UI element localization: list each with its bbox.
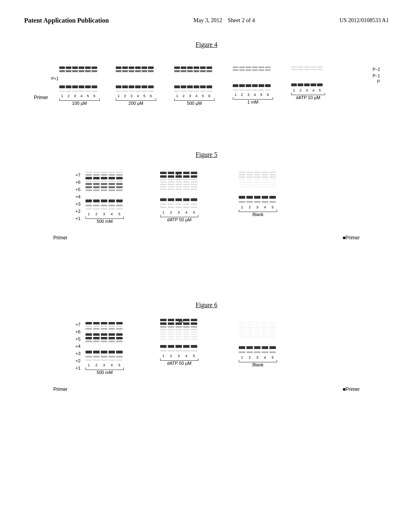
p-label-right: P bbox=[377, 79, 380, 84]
group-500um: 1 2 3 4 5 6 500 µM bbox=[174, 66, 215, 106]
primer-label-fig4: Primer bbox=[34, 95, 48, 100]
label-plus4-fig6: +4 bbox=[75, 344, 81, 349]
label-500um: 500 µM bbox=[174, 101, 215, 106]
label-plus2-fig6: +2 bbox=[75, 358, 81, 363]
label-fig6-datp50um: dATP 50 µM bbox=[160, 361, 198, 366]
p-minus2-label: P−2 bbox=[373, 67, 380, 72]
label-plus4-fig5: +4 bbox=[75, 194, 81, 199]
label-plus1-fig5: +1 bbox=[75, 216, 81, 221]
figure-6-section: Figure 6 Primer ■Primer +7 +6 +5 +4 +3 +… bbox=[24, 301, 389, 440]
label-fig6-blank: Blank bbox=[239, 362, 277, 367]
label-plus6-fig5: +6 bbox=[75, 180, 81, 185]
primer-label-fig5-right: ■Primer bbox=[342, 235, 360, 241]
label-fig5-blank: Blank bbox=[239, 212, 277, 217]
fig6-group-500mm: 1 2 3 4 5 500 mM bbox=[86, 322, 124, 375]
figure-5-title: Figure 5 bbox=[24, 151, 389, 158]
label-fig6-500mm: 500 mM bbox=[86, 370, 124, 375]
label-datp10um: dATP 10 µM bbox=[291, 95, 325, 100]
label-plus6-fig6: +6 bbox=[75, 329, 81, 334]
fig5-group-datp50um: 1 2 3 4 5 dATP 50 µM bbox=[160, 172, 198, 222]
label-fig5-datp50um: dATP 50 µM bbox=[160, 217, 198, 222]
group-datp10um: 1 2 3 4 5 dATP 10 µM bbox=[291, 66, 325, 100]
primer-label-fig6-left: Primer bbox=[53, 387, 67, 392]
figure-6-title: Figure 6 bbox=[24, 301, 389, 309]
publication-title: Patent Application Publication bbox=[24, 16, 109, 25]
label-plus1-fig6: +1 bbox=[75, 366, 81, 370]
header-info: May 3, 2012 Sheet 2 of 4 bbox=[194, 16, 255, 25]
group-100um: 1 2 3 4 5 6 100 µM bbox=[59, 66, 100, 106]
label-plus7-fig6: +7 bbox=[75, 322, 81, 327]
label-fig5-500mm: 500 mM bbox=[86, 219, 124, 224]
label-plus3-fig6: +3 bbox=[75, 351, 81, 356]
p-minus1-label: P−1 bbox=[373, 74, 380, 78]
label-plus5-fig6: +5 bbox=[75, 337, 81, 341]
label-1mm: 1 mM bbox=[233, 100, 273, 104]
fig5-group-500mm: 1 2 3 4 5 500 mM bbox=[86, 172, 124, 224]
label-plus2-fig5: +2 bbox=[75, 209, 81, 214]
label-plus7-fig5: +7 bbox=[75, 172, 81, 177]
pub-date: May 3, 2012 bbox=[194, 17, 222, 23]
fig6-group-datp50um: 1 2 3 4 5 dATP 50 µM bbox=[160, 319, 198, 366]
fig6-group-blank: 1 2 3 4 5 Blank bbox=[239, 322, 277, 367]
group-200um: 1 2 3 4 5 6 200 µM bbox=[116, 66, 156, 106]
label-100um: 100 µM bbox=[59, 101, 100, 106]
group-1mm: 1 2 3 4 5 6 1 mM bbox=[233, 66, 273, 104]
fig5-group-blank: 1 2 3 4 5 Blank bbox=[239, 172, 277, 217]
figure-4-section: Figure 4 P−2 P−1 P Primer P+1 bbox=[24, 41, 389, 139]
label-plus3-fig5: +3 bbox=[75, 202, 81, 206]
label-200um: 200 µM bbox=[116, 101, 156, 106]
figure-4-title: Figure 4 bbox=[24, 41, 389, 48]
sheet-info: Sheet 2 of 4 bbox=[228, 17, 255, 23]
primer-label-fig5-left: Primer bbox=[53, 235, 67, 241]
figure-5-section: Figure 5 Primer ■Primer +7 +6 +5 +4 +3 +… bbox=[24, 151, 389, 289]
p-plus1-label: P+1 bbox=[51, 77, 58, 81]
primer-label-fig6-right: ■Primer bbox=[342, 387, 360, 392]
label-plus5-fig5: +5 bbox=[75, 187, 81, 192]
patent-number: US 2012/0108533 A1 bbox=[340, 16, 389, 25]
